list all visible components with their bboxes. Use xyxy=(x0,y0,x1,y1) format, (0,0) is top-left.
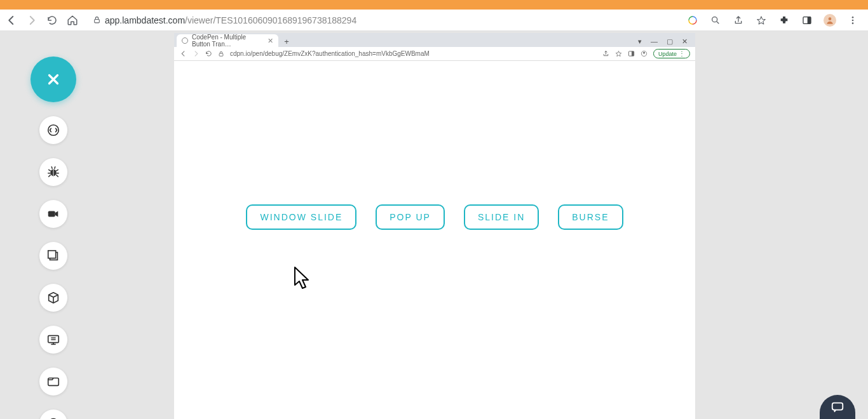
zoom-icon[interactable] xyxy=(709,14,722,27)
close-session-button[interactable] xyxy=(31,57,76,102)
svg-point-11 xyxy=(852,19,854,21)
extensions-icon[interactable] xyxy=(778,14,790,27)
forward-button[interactable] xyxy=(25,14,38,27)
gallery-icon[interactable] xyxy=(39,242,67,270)
video-icon[interactable] xyxy=(39,200,67,228)
share-icon[interactable] xyxy=(732,14,745,27)
update-label: Update xyxy=(658,51,677,57)
files-icon[interactable] xyxy=(39,368,67,396)
browser-tab-strip xyxy=(0,0,868,10)
embedded-browser: CodePen - Multiple Button Tran… ✕ + ▾ — … xyxy=(174,33,695,419)
demo-button-row: WINDOW SLIDE POP UP SLIDE IN BURSE xyxy=(174,204,695,230)
back-button[interactable] xyxy=(5,14,18,27)
embedded-url-text[interactable]: cdpn.io/pen/debug/ZEmvZxK?authentication… xyxy=(230,50,597,57)
reload-button[interactable] xyxy=(46,14,58,27)
profile-avatar[interactable] xyxy=(824,14,836,27)
emb-star-icon[interactable] xyxy=(615,50,623,58)
outer-browser-toolbar: app.lambdatest.com/viewer/TES10160609016… xyxy=(0,10,868,31)
pop-up-button[interactable]: POP UP xyxy=(376,204,445,230)
svg-rect-27 xyxy=(632,51,634,56)
svg-point-5 xyxy=(712,17,717,22)
lt-sidebar xyxy=(31,57,76,419)
embedded-tab-bar: CodePen - Multiple Button Tran… ✕ + ▾ — … xyxy=(174,33,695,47)
google-icon[interactable] xyxy=(686,14,699,27)
svg-rect-19 xyxy=(48,336,59,343)
sidepanel-icon[interactable] xyxy=(801,14,813,27)
home-button[interactable] xyxy=(66,14,79,27)
embedded-window-controls: ▾ — ▢ ✕ xyxy=(638,37,693,47)
slide-in-button[interactable]: SLIDE IN xyxy=(464,204,539,230)
outer-url-bar[interactable]: app.lambdatest.com/viewer/TES10160609016… xyxy=(86,15,679,25)
emb-panel-icon[interactable] xyxy=(628,50,635,58)
dropdown-icon[interactable]: ▾ xyxy=(638,37,642,46)
svg-point-9 xyxy=(829,17,832,20)
lock-icon xyxy=(93,16,101,24)
svg-rect-30 xyxy=(832,403,843,410)
resolution-icon[interactable] xyxy=(39,326,67,354)
tab-close-icon[interactable]: ✕ xyxy=(268,37,273,45)
burse-button[interactable]: BURSE xyxy=(558,204,623,230)
embedded-tab[interactable]: CodePen - Multiple Button Tran… ✕ xyxy=(177,34,278,47)
svg-rect-18 xyxy=(48,251,56,258)
svg-line-6 xyxy=(717,22,719,23)
location-icon[interactable] xyxy=(39,409,67,419)
maximize-icon[interactable]: ▢ xyxy=(667,37,673,46)
star-icon[interactable] xyxy=(755,14,768,27)
svg-point-10 xyxy=(852,17,854,18)
svg-point-12 xyxy=(852,22,854,24)
emb-lock-icon xyxy=(217,50,225,58)
svg-rect-16 xyxy=(48,211,55,216)
switch-icon[interactable] xyxy=(39,116,67,144)
window-slide-button[interactable]: WINDOW SLIDE xyxy=(246,204,356,230)
emb-reload-icon[interactable] xyxy=(205,50,212,58)
svg-point-29 xyxy=(644,52,646,54)
embedded-tab-title: CodePen - Multiple Button Tran… xyxy=(192,34,264,48)
close-window-icon[interactable]: ✕ xyxy=(682,37,688,46)
package-icon[interactable] xyxy=(39,284,67,312)
outer-url-text: app.lambdatest.com/viewer/TES10160609016… xyxy=(105,15,356,25)
update-button[interactable]: Update xyxy=(653,49,690,58)
kebab-menu-icon[interactable] xyxy=(846,14,859,27)
embedded-page-content: WINDOW SLIDE POP UP SLIDE IN BURSE xyxy=(174,61,695,419)
svg-rect-8 xyxy=(808,17,811,23)
emb-forward-icon[interactable] xyxy=(192,50,200,58)
embedded-url-row: cdpn.io/pen/debug/ZEmvZxK?authentication… xyxy=(174,47,695,61)
svg-rect-0 xyxy=(95,19,100,22)
outer-right-icons xyxy=(686,14,863,27)
emb-share-icon[interactable] xyxy=(602,50,610,58)
new-tab-button[interactable]: + xyxy=(281,36,292,47)
viewer-area: CodePen - Multiple Button Tran… ✕ + ▾ — … xyxy=(0,31,868,419)
chat-fab[interactable] xyxy=(820,395,855,419)
svg-rect-25 xyxy=(219,53,223,56)
bug-icon[interactable] xyxy=(39,158,67,186)
emb-avatar-icon[interactable] xyxy=(641,50,648,58)
svg-rect-22 xyxy=(48,378,59,386)
minimize-icon[interactable]: — xyxy=(651,37,658,46)
globe-icon xyxy=(182,37,188,44)
emb-back-icon[interactable] xyxy=(179,50,187,58)
